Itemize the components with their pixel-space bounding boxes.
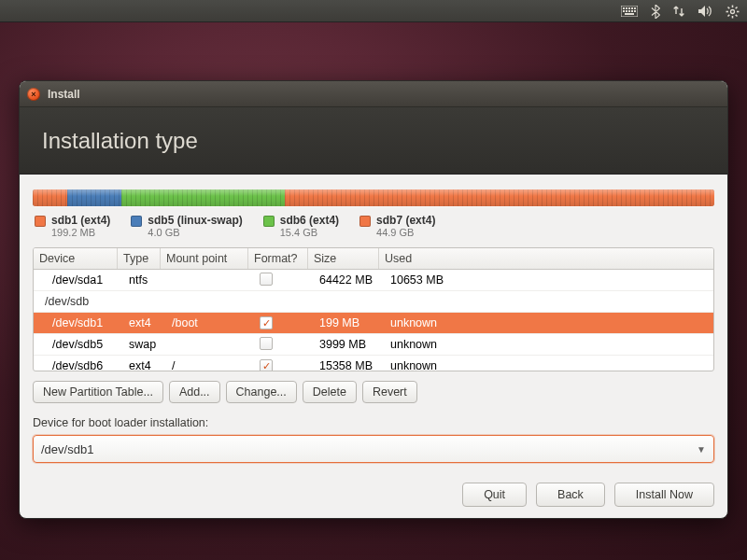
table-row[interactable]: /dev/sda1ntfs64422 MB10653 MB xyxy=(34,270,713,291)
table-body[interactable]: /dev/sda1ntfs64422 MB10653 MB/dev/sdb/de… xyxy=(34,270,713,371)
table-row[interactable]: /dev/sdb5swap3999 MBunknown xyxy=(34,334,713,356)
table-row[interactable]: /dev/sdb6ext4/✓15358 MBunknown xyxy=(34,356,713,371)
legend-swatch xyxy=(35,216,46,227)
svg-rect-7 xyxy=(626,10,627,12)
legend-sublabel: 15.4 GB xyxy=(280,227,339,238)
delete-button[interactable]: Delete xyxy=(303,381,357,403)
svg-line-20 xyxy=(728,14,730,16)
footer-buttons: Quit Back Install Now xyxy=(462,483,714,507)
svg-rect-8 xyxy=(628,10,630,12)
format-checkbox[interactable]: ✓ xyxy=(260,316,273,329)
column-header[interactable]: Used xyxy=(379,248,713,269)
format-checkbox[interactable]: ✓ xyxy=(260,359,273,371)
svg-line-19 xyxy=(736,7,738,8)
bootloader-select[interactable]: /dev/sdb1 ▼ xyxy=(33,435,714,463)
titlebar[interactable]: × Install xyxy=(20,81,727,107)
page-title: Installation type xyxy=(42,128,198,154)
legend-item: sdb5 (linux-swap)4.0 GB xyxy=(131,214,242,238)
chevron-down-icon: ▼ xyxy=(697,444,706,455)
revert-button[interactable]: Revert xyxy=(362,381,417,403)
partition-buttons: New Partition Table... Add... Change... … xyxy=(33,381,714,403)
svg-line-17 xyxy=(728,7,730,8)
svg-line-18 xyxy=(736,14,738,16)
svg-rect-11 xyxy=(625,13,634,15)
back-button[interactable]: Back xyxy=(536,483,605,507)
column-header[interactable]: Size xyxy=(308,248,379,269)
updown-icon[interactable] xyxy=(673,5,684,18)
column-header[interactable]: Type xyxy=(118,248,161,269)
partition-segment xyxy=(67,189,121,206)
column-header[interactable]: Format? xyxy=(248,248,308,269)
format-checkbox[interactable] xyxy=(260,337,273,350)
svg-rect-9 xyxy=(631,10,633,12)
partition-legend: sdb1 (ext4)199.2 MBsdb5 (linux-swap)4.0 … xyxy=(33,214,714,238)
column-header[interactable]: Mount point xyxy=(161,248,248,269)
header: Installation type xyxy=(20,107,727,175)
partition-segment xyxy=(33,189,67,206)
table-header: DeviceTypeMount pointFormat?SizeUsed xyxy=(34,248,713,270)
format-checkbox[interactable] xyxy=(260,273,273,286)
legend-sublabel: 44.9 GB xyxy=(376,227,435,238)
legend-item: sdb1 (ext4)199.2 MB xyxy=(35,214,110,238)
svg-rect-10 xyxy=(634,10,636,12)
legend-label: sdb7 (ext4) xyxy=(376,214,435,227)
bootloader-label: Device for boot loader installation: xyxy=(33,416,714,429)
legend-label: sdb6 (ext4) xyxy=(280,214,339,227)
svg-rect-5 xyxy=(634,7,636,9)
keyboard-icon[interactable] xyxy=(621,6,638,17)
legend-label: sdb1 (ext4) xyxy=(51,214,110,227)
change-button[interactable]: Change... xyxy=(226,381,297,403)
svg-rect-4 xyxy=(631,7,633,9)
new-partition-table-button[interactable]: New Partition Table... xyxy=(33,381,163,403)
table-row[interactable]: /dev/sdb xyxy=(34,291,713,313)
partition-usage-bar xyxy=(33,189,714,206)
column-header[interactable]: Device xyxy=(34,248,118,269)
quit-button[interactable]: Quit xyxy=(462,483,527,507)
legend-label: sdb5 (linux-swap) xyxy=(148,214,242,227)
installer-window: × Install Installation type sdb1 (ext4)1… xyxy=(19,80,728,519)
legend-sublabel: 199.2 MB xyxy=(51,227,110,238)
legend-item: sdb6 (ext4)15.4 GB xyxy=(263,214,339,238)
svg-rect-3 xyxy=(628,7,630,9)
partition-segment xyxy=(285,189,714,206)
table-row[interactable]: /dev/sdb1ext4/boot✓199 MBunknown xyxy=(34,313,713,334)
gear-icon[interactable] xyxy=(726,5,740,19)
window-title: Install xyxy=(48,88,80,101)
add-button[interactable]: Add... xyxy=(169,381,220,403)
svg-rect-1 xyxy=(623,7,625,9)
bootloader-value: /dev/sdb1 xyxy=(41,442,93,456)
legend-swatch xyxy=(131,216,142,227)
partition-table[interactable]: DeviceTypeMount pointFormat?SizeUsed /de… xyxy=(33,247,714,371)
bluetooth-icon[interactable] xyxy=(651,5,660,19)
sound-icon[interactable] xyxy=(698,5,712,18)
close-icon[interactable]: × xyxy=(27,88,40,101)
top-panel xyxy=(0,0,747,22)
legend-item: sdb7 (ext4)44.9 GB xyxy=(359,214,435,238)
svg-rect-6 xyxy=(623,10,625,12)
install-now-button[interactable]: Install Now xyxy=(614,483,714,507)
svg-rect-2 xyxy=(626,7,627,9)
legend-swatch xyxy=(263,216,275,227)
partition-segment xyxy=(121,189,285,206)
svg-point-12 xyxy=(731,9,735,13)
legend-swatch xyxy=(359,216,371,227)
legend-sublabel: 4.0 GB xyxy=(148,227,242,238)
